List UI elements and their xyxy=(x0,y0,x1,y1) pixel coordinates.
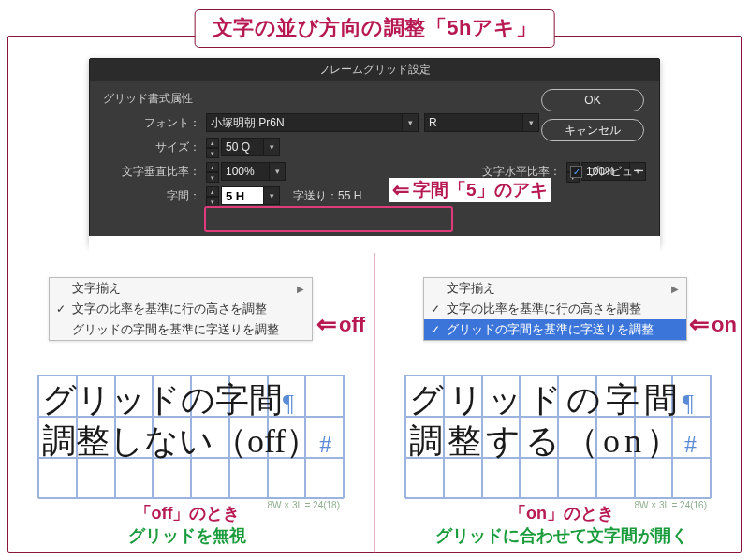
check-icon: ✓ xyxy=(431,302,440,316)
arrow-left-icon: ⇐ xyxy=(392,178,409,202)
chevron-down-icon[interactable]: ▾ xyxy=(263,186,280,205)
menu-panel-on: 文字揃え▶ ✓ 文字の比率を基準に行の高さを調整 ✓ グリッドの字間を基準に字送… xyxy=(423,277,687,341)
check-icon: ✓ xyxy=(431,323,440,336)
dialog-titlebar: フレームグリッド設定 xyxy=(90,59,659,81)
menu-item-line-height-by-ratio[interactable]: ✓ 文字の比率を基準に行の高さを調整 xyxy=(50,299,312,319)
paragraph-mark-icon: ¶ xyxy=(283,390,294,417)
menu-item-text-align[interactable]: 文字揃え▶ xyxy=(50,278,312,299)
menu-panel-off: 文字揃え▶ ✓ 文字の比率を基準に行の高さを調整 グリッドの字間を基準に字送りを… xyxy=(49,277,313,341)
chevron-right-icon: ▶ xyxy=(297,284,304,294)
end-mark-icon: # xyxy=(319,431,331,458)
size-input[interactable]: 50 Q xyxy=(221,138,264,156)
menu-item-grid-spacing-adjust[interactable]: グリッドの字間を基準に字送りを調整 xyxy=(50,319,312,340)
preview-checkbox-row[interactable]: ✓ プレビュー xyxy=(570,164,644,180)
page-title: 文字の並び方向の調整「5hアキ」 xyxy=(195,9,555,48)
cancel-button[interactable]: キャンセル xyxy=(541,119,644,141)
caption-off: 「off」のとき グリッドを無視 xyxy=(19,502,356,548)
size-label: サイズ： xyxy=(103,140,206,155)
preview-label: プレビュー xyxy=(588,164,644,180)
sample-off-line1: グリッドの字間¶ xyxy=(42,377,294,423)
chevron-down-icon[interactable]: ▾ xyxy=(522,113,539,132)
sample-grid-off: グリッドの字間¶ 調整しない（off）# 8W × 3L = 24(18) xyxy=(37,375,345,498)
chevron-right-icon: ▶ xyxy=(671,284,679,294)
jikan-highlight-box xyxy=(204,206,453,232)
paragraph-mark-icon: ¶ xyxy=(683,390,698,417)
font-weight-select[interactable]: R xyxy=(424,113,523,132)
size-stepper[interactable]: ▴▾ xyxy=(206,138,219,156)
torn-edge xyxy=(89,236,660,253)
ok-button[interactable]: OK xyxy=(541,89,644,111)
sample-on-line2: 調整する（on）# xyxy=(409,419,701,464)
chevron-down-icon[interactable]: ▾ xyxy=(269,162,286,181)
on-annotation: ⇐ on xyxy=(689,310,737,339)
frame-grid-dialog: フレームグリッド設定 グリッド書式属性 フォント： 小塚明朝 Pr6N ▾ R … xyxy=(89,58,660,245)
arrow-left-icon: ⇐ xyxy=(316,310,337,339)
caption-on: 「on」のとき グリッドに合わせて文字間が開く xyxy=(393,502,730,548)
check-icon: ✓ xyxy=(56,302,66,316)
sample-off-line2: 調整しない（off）# xyxy=(42,419,331,464)
vratio-stepper[interactable]: ▴▾ xyxy=(206,162,219,181)
jikan-stepper[interactable]: ▴▾ xyxy=(206,186,219,205)
vratio-label: 文字垂直比率： xyxy=(103,164,206,180)
jikan-input[interactable]: 5 H xyxy=(221,186,264,205)
sample-on-line1: グリッドの字間¶ xyxy=(409,377,698,423)
jikan-callout: ⇐ 字間「5」のアキ xyxy=(389,178,551,202)
arrow-left-icon: ⇐ xyxy=(689,310,710,339)
panel-divider xyxy=(374,253,375,553)
vratio-input[interactable]: 100% xyxy=(221,162,270,181)
checkbox-icon: ✓ xyxy=(570,166,582,178)
menu-item-line-height-by-ratio[interactable]: ✓ 文字の比率を基準に行の高さを調整 xyxy=(424,299,686,319)
hratio-label: 文字水平比率： xyxy=(469,164,566,180)
font-family-select[interactable]: 小塚明朝 Pr6N xyxy=(206,113,403,132)
off-annotation: ⇐ off xyxy=(316,310,365,339)
menu-item-grid-spacing-adjust[interactable]: ✓ グリッドの字間を基準に字送りを調整 xyxy=(424,319,686,340)
jiokuri-label: 字送り：55 H xyxy=(293,188,361,204)
chevron-down-icon[interactable]: ▾ xyxy=(263,138,280,156)
font-label: フォント： xyxy=(103,115,206,131)
end-mark-icon: # xyxy=(684,431,701,458)
sample-grid-on: グリッドの字間¶ 調整する（on）# 8W × 3L = 24(16) xyxy=(404,375,712,498)
chevron-down-icon[interactable]: ▾ xyxy=(402,113,419,132)
jikan-label: 字間： xyxy=(103,188,206,204)
menu-item-text-align[interactable]: 文字揃え▶ xyxy=(424,278,686,299)
